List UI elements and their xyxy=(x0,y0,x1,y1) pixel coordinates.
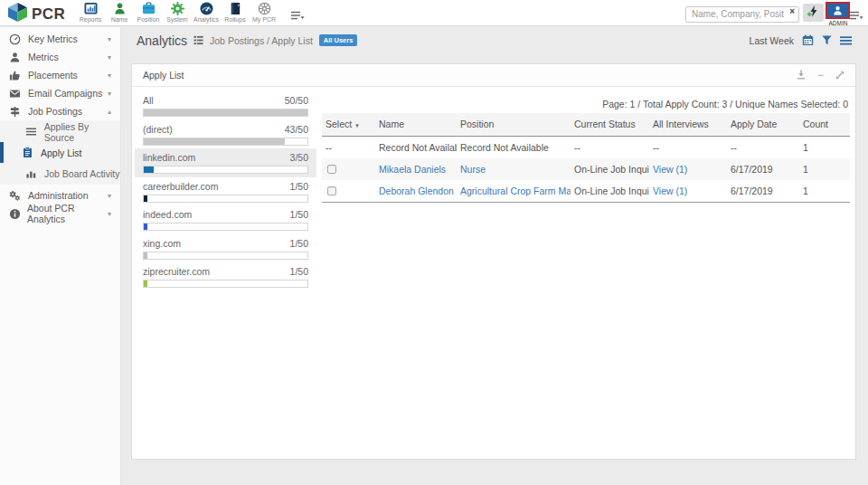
period-selector[interactable]: Last Week xyxy=(750,35,794,46)
table-summary: Page: 1 / Total Apply Count: 3 / Unique … xyxy=(322,99,848,109)
signpost-icon xyxy=(9,105,22,118)
sidebar-item-about-pcr-analytics[interactable]: About PCR Analytics ▾ xyxy=(0,204,120,223)
apply-list-panel: Apply List − All50/50 (direct)43/50 l xyxy=(131,63,856,460)
person-icon xyxy=(9,51,22,63)
candidate-name-link[interactable]: Mikaela Daniels xyxy=(379,164,446,175)
sidebar-item-key-metrics[interactable]: Key Metrics ▾ xyxy=(0,30,120,48)
sidebar-item-metrics[interactable]: Metrics ▾ xyxy=(0,48,120,66)
sidebar: Key Metrics ▾ Metrics ▾ Placements ▾ Ema… xyxy=(0,27,121,485)
source-row-indeed[interactable]: indeed.com1/50 xyxy=(135,205,316,234)
nav-system[interactable]: System xyxy=(163,1,192,24)
nav-position[interactable]: Position xyxy=(134,1,163,24)
gauge-icon xyxy=(192,2,221,16)
global-search: × xyxy=(685,5,799,21)
apply-table-area: Page: 1 / Total Apply Count: 3 / Unique … xyxy=(322,88,850,203)
sidebar-item-email-campaigns[interactable]: Email Campaigns ▾ xyxy=(0,84,120,102)
nav-name[interactable]: Name xyxy=(105,1,134,24)
info-icon xyxy=(9,207,21,220)
source-bar-fill xyxy=(144,138,285,145)
cell-select xyxy=(322,180,375,203)
search-clear-icon[interactable]: × xyxy=(789,6,795,16)
sidebar-item-placements[interactable]: Placements ▾ xyxy=(0,66,120,84)
list-icon xyxy=(25,126,38,138)
thumbs-up-icon xyxy=(9,69,22,81)
search-input[interactable] xyxy=(685,6,799,23)
source-row-ziprecruiter[interactable]: ziprecruiter.com1/50 xyxy=(135,262,316,291)
cell-status: -- xyxy=(571,137,649,159)
nav-label: Name xyxy=(105,16,134,24)
sidebar-item-label: Email Campaigns xyxy=(28,88,102,99)
briefcase-icon xyxy=(134,2,163,16)
app-logo[interactable]: PCR xyxy=(7,3,65,25)
nav-my-pcr[interactable]: My PCR xyxy=(250,1,278,24)
cell-status: On-Line Job Inquiry xyxy=(571,180,649,203)
nav-rollups[interactable]: Rollups xyxy=(221,1,250,24)
quick-add-button[interactable] xyxy=(803,4,824,22)
candidate-name-link[interactable]: Deborah Glendon xyxy=(379,185,454,196)
main-content: Analytics Job Postings / Apply List All … xyxy=(122,27,868,485)
expand-icon[interactable] xyxy=(835,67,844,83)
sidebar-item-administration[interactable]: Administration ▾ xyxy=(0,186,120,204)
sidebar-item-label: Job Board Activity xyxy=(44,168,119,179)
sidebar-item-label: Metrics xyxy=(28,52,59,62)
row-checkbox[interactable] xyxy=(327,186,336,195)
nav-label: Rollups xyxy=(221,16,250,24)
sidebar-item-job-postings[interactable]: Job Postings ▴ xyxy=(0,102,120,120)
sidebar-item-job-board-activity[interactable]: Job Board Activity xyxy=(0,163,120,184)
all-users-badge[interactable]: All Users xyxy=(319,34,358,46)
source-bar-track xyxy=(143,195,308,203)
cell-select xyxy=(322,158,375,180)
source-bar-fill xyxy=(144,252,147,259)
gear-icon xyxy=(163,2,192,16)
source-name: xing.com xyxy=(143,238,181,249)
source-row-direct[interactable]: (direct)43/50 xyxy=(135,120,316,149)
column-select[interactable]: Select▾ xyxy=(322,113,375,137)
interviews-link[interactable]: View (1) xyxy=(653,185,687,196)
hamburger-list-icon[interactable] xyxy=(840,36,852,45)
filter-icon[interactable] xyxy=(822,35,832,45)
list-view-icon[interactable] xyxy=(193,33,203,49)
cell-interviews: -- xyxy=(649,137,727,159)
source-row-all[interactable]: All50/50 xyxy=(135,91,316,120)
user-menu-icon[interactable] xyxy=(850,8,863,24)
cell-date: -- xyxy=(727,137,799,159)
source-name: (direct) xyxy=(143,124,173,135)
position-link[interactable]: Agricultural Crop Farm Manager xyxy=(460,185,571,196)
sidebar-item-label: About PCR Analytics xyxy=(27,203,108,224)
admin-user-menu[interactable]: ADMIN xyxy=(826,2,851,26)
source-row-careerbuilder[interactable]: careerbuilder.com1/50 xyxy=(135,177,316,206)
column-apply-date: Apply Date xyxy=(727,113,799,137)
source-row-xing[interactable]: xing.com1/50 xyxy=(135,234,316,263)
source-name: careerbuilder.com xyxy=(143,181,218,192)
nav-analytics[interactable]: Analytics xyxy=(192,1,221,24)
position-link[interactable]: Nurse xyxy=(460,164,486,175)
chevron-down-icon: ▾ xyxy=(108,35,111,43)
download-icon[interactable] xyxy=(797,67,806,83)
chevron-up-icon: ▴ xyxy=(108,108,111,116)
chevron-down-icon: ▾ xyxy=(108,90,111,98)
sidebar-item-applies-by-source[interactable]: Applies By Source xyxy=(0,121,120,142)
calendar-icon[interactable] xyxy=(802,34,814,46)
source-value: 1/50 xyxy=(290,209,308,220)
pcr-cube-logo-icon xyxy=(7,3,28,25)
clipboard-icon xyxy=(22,147,34,159)
source-name: linkedin.com xyxy=(143,152,195,163)
source-row-linkedin[interactable]: linkedin.com3/50 xyxy=(135,148,316,177)
table-row: Mikaela Daniels Nurse On-Line Job Inquir… xyxy=(322,158,850,180)
nav-overflow-menu-icon[interactable] xyxy=(291,8,305,24)
interviews-link[interactable]: View (1) xyxy=(653,164,687,175)
nav-reports[interactable]: Reports xyxy=(76,1,105,24)
table-row: -- Record Not Available Record Not Avail… xyxy=(322,137,850,159)
sidebar-item-label: Job Postings xyxy=(28,106,82,117)
source-bar-fill xyxy=(144,166,154,173)
source-bar-fill xyxy=(144,195,147,202)
cell-count: 1 xyxy=(799,137,850,159)
collapse-icon[interactable]: − xyxy=(817,71,824,80)
lightning-plus-icon xyxy=(807,5,820,22)
sidebar-item-apply-list[interactable]: Apply List xyxy=(0,142,120,163)
row-checkbox[interactable] xyxy=(327,165,336,174)
panel-header: Apply List − xyxy=(132,64,855,87)
person-icon xyxy=(105,2,134,16)
source-bar-track xyxy=(143,280,308,288)
source-value: 3/50 xyxy=(290,152,308,163)
